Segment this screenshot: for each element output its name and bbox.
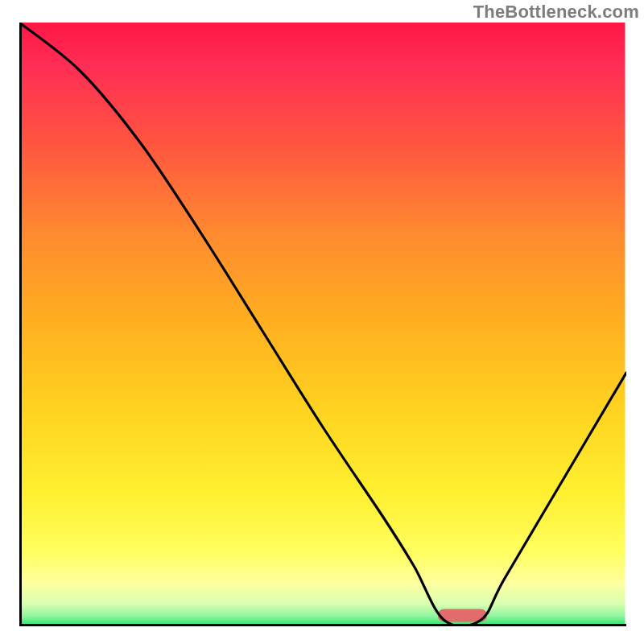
plot-area xyxy=(19,23,626,626)
chart-stage: TheBottleneck.com xyxy=(0,0,644,644)
watermark-label: TheBottleneck.com xyxy=(473,2,639,23)
gradient-background xyxy=(21,23,625,625)
bottleneck-chart xyxy=(19,23,626,626)
